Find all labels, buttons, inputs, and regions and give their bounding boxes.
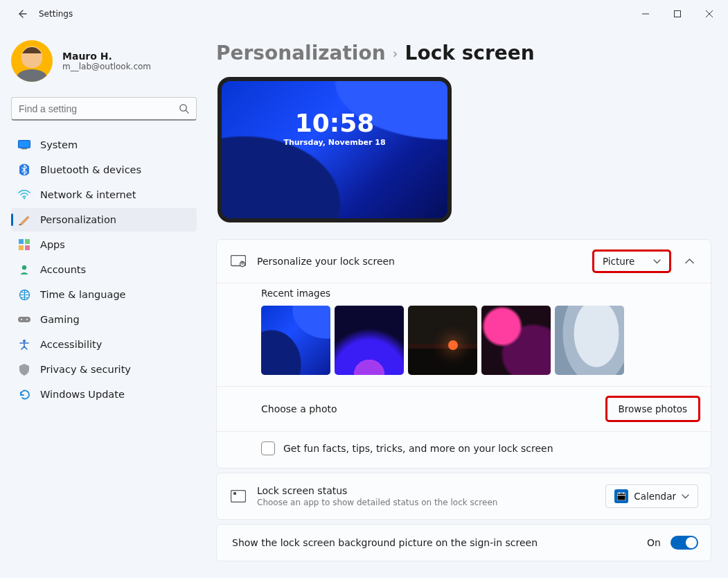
- svg-rect-12: [18, 317, 30, 322]
- svg-rect-2: [19, 141, 30, 148]
- window-title: Settings: [39, 9, 73, 19]
- browse-photos-button[interactable]: Browse photos: [619, 403, 687, 414]
- svg-rect-20: [233, 492, 236, 495]
- sidebar-item-label: Privacy & security: [40, 364, 131, 375]
- status-card: Lock screen status Choose an app to show…: [216, 473, 711, 520]
- search-box[interactable]: [11, 97, 197, 121]
- toggle-state-label: On: [647, 537, 661, 548]
- breadcrumb: Personalization › Lock screen: [216, 42, 711, 64]
- recent-images: [217, 306, 711, 386]
- search-icon: [179, 103, 189, 114]
- sidebar-item-label: Bluetooth & devices: [40, 164, 141, 175]
- person-icon: [18, 263, 30, 276]
- sidebar-item-system[interactable]: System: [11, 133, 197, 157]
- svg-rect-6: [19, 239, 24, 244]
- search-input[interactable]: [19, 103, 179, 114]
- recent-image-thumb[interactable]: [335, 306, 404, 375]
- paintbrush-icon: [18, 213, 30, 226]
- svg-point-10: [22, 265, 26, 270]
- system-icon: [18, 139, 30, 151]
- svg-rect-7: [25, 239, 30, 244]
- funfacts-checkbox[interactable]: [261, 441, 275, 455]
- sidebar-item-label: Personalization: [40, 214, 116, 225]
- calendar-icon: [614, 489, 628, 503]
- preview-date: Thursday, November 18: [222, 138, 447, 147]
- minimize-button[interactable]: [630, 3, 662, 25]
- svg-point-15: [23, 340, 26, 342]
- picture-icon: [231, 254, 246, 269]
- sidebar-item-label: Time & language: [40, 289, 126, 300]
- dropdown-value: Calendar: [634, 491, 676, 502]
- sidebar-item-accounts[interactable]: Accounts: [11, 258, 197, 281]
- svg-point-13: [21, 319, 22, 320]
- nav: System Bluetooth & devices Network & int…: [11, 133, 197, 406]
- lockscreen-preview: 10:58 Thursday, November 18: [217, 77, 452, 222]
- svg-rect-3: [21, 148, 27, 150]
- sidebar-item-accessibility[interactable]: Accessibility: [11, 333, 197, 356]
- funfacts-label: Get fun facts, tips, tricks, and more on…: [283, 443, 553, 454]
- chevron-right-icon: ›: [393, 45, 398, 62]
- sidebar-item-bluetooth[interactable]: Bluetooth & devices: [11, 158, 197, 182]
- apps-icon: [18, 238, 30, 251]
- sidebar-item-time-language[interactable]: Time & language: [11, 283, 197, 306]
- sidebar-item-label: System: [40, 139, 78, 150]
- dropdown-value: Picture: [603, 256, 634, 267]
- svg-rect-19: [231, 491, 246, 502]
- signin-label: Show the lock screen background picture …: [231, 537, 636, 548]
- profile-name: Mauro H.: [62, 51, 151, 62]
- sidebar-item-label: Windows Update: [40, 389, 125, 400]
- titlebar: Settings: [0, 0, 728, 28]
- back-button[interactable]: [15, 7, 29, 21]
- profile-block[interactable]: Mauro H. m__lab@outlook.com: [11, 40, 197, 82]
- sync-icon: [18, 388, 30, 401]
- sidebar-item-gaming[interactable]: Gaming: [11, 308, 197, 331]
- accessibility-icon: [18, 338, 30, 351]
- signin-toggle[interactable]: [671, 536, 698, 550]
- avatar: [11, 40, 53, 82]
- wifi-icon: [18, 189, 30, 201]
- expand-toggle[interactable]: [681, 254, 698, 268]
- recent-image-thumb[interactable]: [261, 306, 330, 375]
- svg-rect-22: [617, 493, 625, 501]
- main-content: Personalization › Lock screen 10:58 Thur…: [208, 28, 728, 578]
- svg-rect-0: [675, 11, 681, 17]
- lockscreen-source-dropdown[interactable]: Picture: [594, 251, 670, 272]
- sidebar-item-network[interactable]: Network & internet: [11, 183, 197, 207]
- maximize-button[interactable]: [662, 3, 693, 25]
- gamepad-icon: [18, 313, 30, 326]
- sidebar-item-label: Accessibility: [40, 339, 102, 350]
- status-app-dropdown[interactable]: Calendar: [605, 484, 698, 508]
- status-title: Lock screen status: [257, 485, 594, 496]
- svg-rect-9: [25, 245, 30, 250]
- chevron-down-icon: [653, 259, 661, 264]
- globe-clock-icon: [18, 288, 30, 301]
- shield-icon: [18, 363, 30, 376]
- sidebar-item-privacy[interactable]: Privacy & security: [11, 358, 197, 381]
- svg-point-1: [180, 105, 186, 111]
- recent-image-thumb[interactable]: [408, 306, 477, 375]
- personalize-title: Personalize your lock screen: [257, 256, 583, 267]
- sidebar-item-label: Accounts: [40, 264, 86, 275]
- bluetooth-icon: [18, 164, 30, 176]
- sidebar-item-personalization[interactable]: Personalization: [11, 208, 197, 231]
- svg-rect-8: [19, 245, 24, 250]
- svg-point-14: [26, 319, 28, 320]
- sidebar: Mauro H. m__lab@outlook.com System Bluet…: [0, 28, 208, 578]
- breadcrumb-parent[interactable]: Personalization: [216, 42, 386, 64]
- sidebar-item-apps[interactable]: Apps: [11, 233, 197, 256]
- status-subtitle: Choose an app to show detailed status on…: [257, 498, 594, 507]
- profile-email: m__lab@outlook.com: [62, 62, 151, 71]
- sidebar-item-label: Gaming: [40, 314, 80, 325]
- recent-image-thumb[interactable]: [555, 306, 624, 375]
- personalize-card: Personalize your lock screen Picture Rec…: [216, 239, 711, 468]
- sidebar-item-label: Apps: [40, 239, 65, 250]
- sidebar-item-windows-update[interactable]: Windows Update: [11, 383, 197, 406]
- tablet-icon: [231, 489, 246, 504]
- recent-image-thumb[interactable]: [481, 306, 551, 375]
- signin-card: Show the lock screen background picture …: [216, 524, 711, 561]
- page-title: Lock screen: [405, 42, 535, 64]
- svg-point-5: [24, 198, 26, 200]
- close-button[interactable]: [693, 3, 725, 25]
- preview-time: 10:58: [222, 109, 447, 137]
- chevron-down-icon: [682, 494, 689, 499]
